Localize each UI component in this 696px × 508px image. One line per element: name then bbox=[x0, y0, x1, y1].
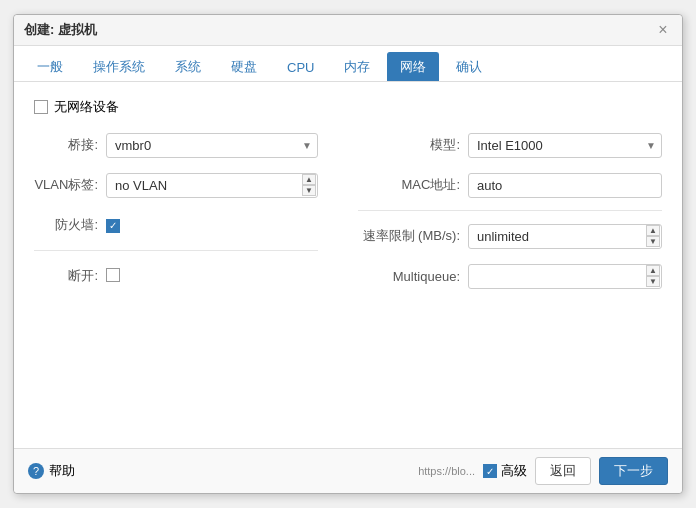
next-button[interactable]: 下一步 bbox=[599, 457, 668, 485]
left-divider bbox=[34, 250, 318, 251]
tab-disk[interactable]: 硬盘 bbox=[218, 52, 270, 81]
multiqueue-down-arrow[interactable]: ▼ bbox=[646, 276, 660, 287]
back-button[interactable]: 返回 bbox=[535, 457, 591, 485]
title-bar: 创建: 虚拟机 × bbox=[14, 15, 682, 46]
help-icon[interactable]: ? bbox=[28, 463, 44, 479]
advanced-label: 高级 bbox=[501, 462, 527, 480]
model-select[interactable]: Intel E1000 bbox=[468, 133, 662, 158]
footer-right: https://blo... 高级 返回 下一步 bbox=[418, 457, 668, 485]
right-divider bbox=[358, 210, 662, 211]
speed-row: 速率限制 (MB/s): ▲ ▼ bbox=[358, 221, 662, 251]
no-network-row: 无网络设备 bbox=[34, 98, 662, 116]
form-grid: 桥接: vmbr0 ▼ VLAN标签: bbox=[34, 130, 662, 301]
multiqueue-control: ▲ ▼ bbox=[468, 264, 662, 289]
tab-cpu[interactable]: CPU bbox=[274, 54, 327, 80]
firewall-checkbox[interactable] bbox=[106, 219, 120, 233]
model-control: Intel E1000 ▼ bbox=[468, 133, 662, 158]
multiqueue-spinner-wrapper: ▲ ▼ bbox=[468, 264, 662, 289]
advanced-checkbox[interactable] bbox=[483, 464, 497, 478]
model-row: 模型: Intel E1000 ▼ bbox=[358, 130, 662, 160]
disconnect-label: 断开: bbox=[34, 267, 106, 285]
content-area: 无网络设备 桥接: vmbr0 ▼ bbox=[14, 82, 682, 448]
bridge-select[interactable]: vmbr0 bbox=[106, 133, 318, 158]
form-left: 桥接: vmbr0 ▼ VLAN标签: bbox=[34, 130, 348, 301]
advanced-row: 高级 bbox=[483, 462, 527, 480]
speed-down-arrow[interactable]: ▼ bbox=[646, 236, 660, 247]
model-label: 模型: bbox=[358, 136, 468, 154]
tab-bar: 一般 操作系统 系统 硬盘 CPU 内存 网络 确认 bbox=[14, 46, 682, 82]
tab-os[interactable]: 操作系统 bbox=[80, 52, 158, 81]
bridge-select-wrapper: vmbr0 ▼ bbox=[106, 133, 318, 158]
tab-network[interactable]: 网络 bbox=[387, 52, 439, 81]
help-label: 帮助 bbox=[49, 462, 75, 480]
model-select-wrapper: Intel E1000 ▼ bbox=[468, 133, 662, 158]
speed-spinner-wrapper: ▲ ▼ bbox=[468, 224, 662, 249]
bridge-row: 桥接: vmbr0 ▼ bbox=[34, 130, 318, 160]
window-title: 创建: 虚拟机 bbox=[24, 21, 97, 39]
speed-label: 速率限制 (MB/s): bbox=[358, 227, 468, 245]
multiqueue-spinner-arrows: ▲ ▼ bbox=[646, 264, 660, 289]
form-right: 模型: Intel E1000 ▼ MAC地址: bbox=[348, 130, 662, 301]
no-network-checkbox[interactable] bbox=[34, 100, 48, 114]
vlan-spinner-arrows: ▲ ▼ bbox=[302, 173, 316, 198]
footer-left: ? 帮助 bbox=[28, 462, 75, 480]
firewall-row: 防火墙: bbox=[34, 210, 318, 240]
bridge-label: 桥接: bbox=[34, 136, 106, 154]
speed-spinner-arrows: ▲ ▼ bbox=[646, 224, 660, 249]
vlan-down-arrow[interactable]: ▼ bbox=[302, 185, 316, 196]
multiqueue-label: Multiqueue: bbox=[358, 269, 468, 284]
mac-row: MAC地址: bbox=[358, 170, 662, 200]
vlan-spinner-wrapper: ▲ ▼ bbox=[106, 173, 318, 198]
disconnect-checkbox[interactable] bbox=[106, 268, 120, 282]
footer-link: https://blo... bbox=[418, 465, 475, 477]
speed-control: ▲ ▼ bbox=[468, 224, 662, 249]
footer: ? 帮助 https://blo... 高级 返回 下一步 bbox=[14, 448, 682, 493]
vlan-label: VLAN标签: bbox=[34, 176, 106, 194]
firewall-control bbox=[106, 217, 318, 233]
tab-general[interactable]: 一般 bbox=[24, 52, 76, 81]
no-network-label: 无网络设备 bbox=[54, 98, 119, 116]
mac-input[interactable] bbox=[468, 173, 662, 198]
vlan-input[interactable] bbox=[106, 173, 318, 198]
tab-memory[interactable]: 内存 bbox=[331, 52, 383, 81]
bridge-control: vmbr0 ▼ bbox=[106, 133, 318, 158]
multiqueue-up-arrow[interactable]: ▲ bbox=[646, 265, 660, 276]
firewall-label: 防火墙: bbox=[34, 216, 106, 234]
tab-confirm[interactable]: 确认 bbox=[443, 52, 495, 81]
disconnect-row: 断开: bbox=[34, 261, 318, 291]
mac-label: MAC地址: bbox=[358, 176, 468, 194]
multiqueue-row: Multiqueue: ▲ ▼ bbox=[358, 261, 662, 291]
mac-control bbox=[468, 173, 662, 198]
speed-up-arrow[interactable]: ▲ bbox=[646, 225, 660, 236]
tab-system[interactable]: 系统 bbox=[162, 52, 214, 81]
speed-input[interactable] bbox=[468, 224, 662, 249]
vlan-control: ▲ ▼ bbox=[106, 173, 318, 198]
vlan-up-arrow[interactable]: ▲ bbox=[302, 174, 316, 185]
main-window: 创建: 虚拟机 × 一般 操作系统 系统 硬盘 CPU 内存 网络 确认 无网络… bbox=[13, 14, 683, 494]
multiqueue-input[interactable] bbox=[468, 264, 662, 289]
vlan-row: VLAN标签: ▲ ▼ bbox=[34, 170, 318, 200]
disconnect-control bbox=[106, 268, 318, 285]
close-button[interactable]: × bbox=[654, 21, 672, 39]
